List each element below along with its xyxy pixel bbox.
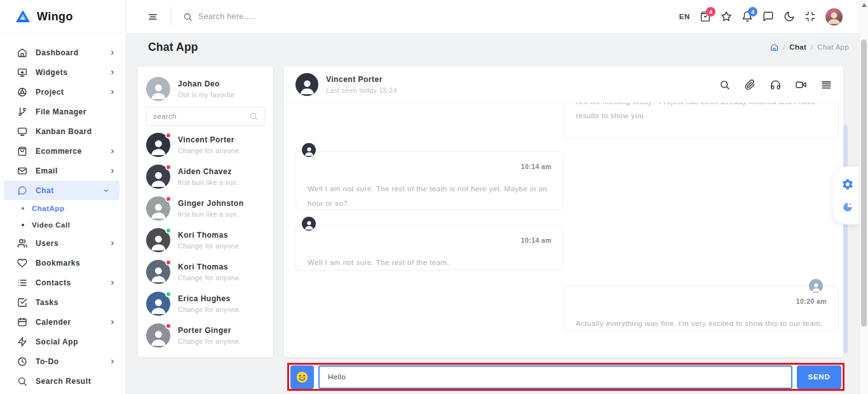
avatar[interactable]: [295, 73, 318, 96]
chevron-right-icon: [109, 358, 116, 365]
sidebar-item-bookmarks[interactable]: Bookmarks: [0, 253, 126, 273]
sidebar-item-email[interactable]: Email: [0, 161, 126, 180]
message-input[interactable]: [318, 365, 792, 389]
sidebar-item-chat[interactable]: Chat: [4, 180, 119, 200]
global-search[interactable]: [183, 12, 679, 22]
breadcrumb-separator: /: [783, 43, 785, 51]
sidebar-item-ecommerce[interactable]: Ecommerce: [0, 141, 126, 161]
sidebar-subitem-video-call[interactable]: Video Call: [0, 217, 126, 233]
my-profile-row[interactable]: Johan Deo Out is my favorite: [146, 75, 265, 103]
messages-button[interactable]: [763, 11, 774, 22]
fullscreen-exit-icon: [804, 11, 816, 22]
breadcrumb: / Chat / Chat App: [770, 43, 849, 51]
monitor-icon: [17, 126, 27, 137]
chevron-right-icon: [109, 240, 116, 247]
my-status: Out is my favorite: [178, 91, 234, 98]
project-icon: [17, 87, 27, 97]
chevron-right-icon: [109, 280, 116, 286]
gear-icon[interactable]: [841, 178, 854, 191]
contact-row[interactable]: Kori ThomasChange for anyone.: [146, 224, 265, 256]
message-text: Actually everything was fine. I'm very e…: [576, 320, 823, 327]
emoji-button[interactable]: [290, 365, 314, 389]
page-title: Chat App: [148, 41, 198, 54]
scroll-up-arrow-icon[interactable]: [862, 3, 867, 7]
topbar: EN 4 4: [126, 0, 859, 34]
contact-search[interactable]: [146, 107, 265, 126]
sidebar-nav: Dashboard Widgets Project File Manager K…: [0, 34, 126, 391]
language-selector[interactable]: EN: [679, 13, 690, 20]
sidebar-item-kanban-board[interactable]: Kanban Board: [0, 121, 126, 141]
sidebar-item-calender[interactable]: Calender: [0, 312, 126, 332]
check-square-icon: [17, 297, 27, 308]
moon-icon: [783, 11, 795, 22]
notifications-button[interactable]: 4: [742, 11, 753, 22]
hamburger-icon[interactable]: [147, 11, 158, 22]
sidebar-item-to-do[interactable]: To-Do: [0, 351, 126, 371]
contact-row[interactable]: Aiden Chavezfirst bun like a sun.: [146, 161, 265, 193]
message-bubble: 10:14 am Well I am not sure. The rest of…: [295, 225, 564, 271]
contact-row[interactable]: Vincent PorterChange for anyone.: [146, 129, 265, 161]
global-search-input[interactable]: [198, 12, 363, 21]
cart-button[interactable]: 4: [700, 11, 711, 22]
browser-scrollbar[interactable]: [859, 0, 868, 394]
favorites-button[interactable]: [721, 11, 732, 22]
home-icon: [17, 48, 27, 58]
paperclip-icon[interactable]: [745, 79, 756, 90]
avatar: [809, 279, 823, 293]
chat-bubble-icon: [763, 11, 774, 22]
fullscreen-button[interactable]: [804, 11, 816, 22]
chat-toolbar: [719, 79, 832, 90]
contact-row[interactable]: Erica HughesChange for anyone.: [146, 288, 265, 320]
message-time: 10:14 am: [308, 160, 552, 173]
sidebar-item-file-manager[interactable]: File Manager: [0, 102, 126, 121]
shopping-bag-icon: [17, 146, 27, 156]
breadcrumb-section[interactable]: Chat: [789, 43, 806, 51]
breadcrumb-current: Chat App: [817, 43, 849, 51]
search-icon[interactable]: [719, 79, 730, 90]
contact-row[interactable]: Ginger Johnstonfirst bun like a sun.: [146, 193, 265, 224]
presence-dot: [165, 259, 172, 266]
mail-icon: [17, 166, 27, 176]
logo[interactable]: Wingo: [0, 0, 126, 34]
palette-icon[interactable]: [842, 201, 853, 213]
message-bubble: 10:20 am Actually everything was fine. I…: [564, 286, 839, 332]
chat-scrollbar[interactable]: [843, 125, 848, 353]
headphones-icon[interactable]: [770, 79, 781, 90]
sidebar-item-search-result[interactable]: Search Result: [0, 371, 126, 391]
home-icon[interactable]: [770, 43, 778, 51]
chevron-right-icon: [109, 168, 116, 174]
message-circle-icon: [17, 186, 27, 196]
send-button[interactable]: SEND: [797, 365, 841, 389]
scrollbar-thumb[interactable]: [861, 39, 867, 327]
contacts-panel: Johan Deo Out is my favorite Vincent Por…: [138, 67, 273, 357]
sidebar-item-social-app[interactable]: Social App: [0, 332, 126, 351]
sidebar-item-widgets[interactable]: Widgets: [0, 62, 126, 82]
sidebar-item-project[interactable]: Project: [0, 82, 126, 102]
chevron-right-icon: [109, 69, 116, 76]
contact-row[interactable]: Porter GingerChange for anyone.: [146, 320, 265, 351]
menu-icon[interactable]: [821, 79, 832, 90]
contact-search-input[interactable]: [153, 112, 244, 120]
sidebar: Wingo Dashboard Widgets Project File Man…: [0, 0, 126, 394]
sidebar-item-dashboard[interactable]: Dashboard: [0, 43, 126, 62]
peer-last-seen: Last seen today 15:24: [326, 86, 397, 94]
notifications-badge: 4: [748, 7, 757, 17]
search-icon: [183, 12, 193, 22]
topbar-actions: EN 4 4: [679, 8, 859, 25]
sidebar-item-tasks[interactable]: Tasks: [0, 292, 126, 312]
sidebar-subitem-chatapp[interactable]: ChatApp: [0, 200, 126, 217]
video-icon[interactable]: [796, 79, 806, 90]
breadcrumb-separator: /: [811, 43, 813, 51]
sidebar-item-contacts[interactable]: Contacts: [0, 273, 126, 292]
widgets-icon: [17, 67, 27, 78]
sidebar-item-users[interactable]: Users: [0, 233, 126, 253]
message-list[interactable]: Are we meeting today? Project has been a…: [284, 103, 843, 357]
dark-mode-button[interactable]: [783, 11, 795, 22]
chevron-right-icon: [109, 148, 116, 154]
contact-row[interactable]: Kori ThomasChange for anyone.: [146, 256, 265, 288]
profile-avatar[interactable]: [825, 8, 843, 25]
cart-badge: 4: [706, 7, 715, 17]
avatar: [302, 217, 316, 231]
smiley-icon: [295, 370, 309, 384]
search-icon: [249, 112, 258, 121]
